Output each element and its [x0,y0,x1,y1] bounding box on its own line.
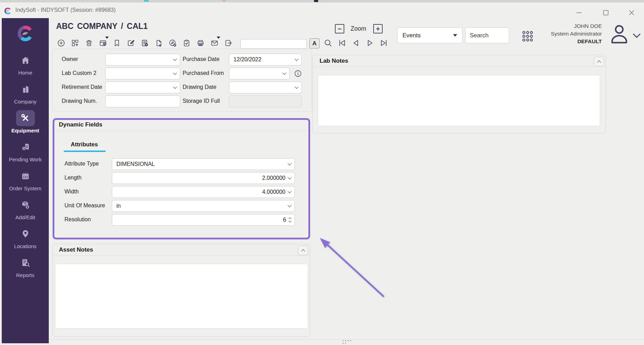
font-toggle-button[interactable]: A [309,38,320,48]
user-role: System Administrator [551,30,602,38]
chevron-down-icon [288,203,291,207]
resolution-label: Resolution [64,216,91,223]
schedule-event-icon[interactable] [99,38,107,48]
sidebar-item-home[interactable]: Home [2,52,49,81]
lab-notes-textarea[interactable] [318,75,600,126]
owner-select[interactable] [105,54,180,66]
sidebar-item-reports[interactable]: Reports [2,255,49,284]
user-menu-chevron-icon[interactable] [632,32,642,40]
dropdown-flag-icon [217,37,220,39]
record-title: ABC COMPANY / CAL1 [56,22,148,31]
asset-notes-collapse-button[interactable] [298,246,308,255]
previous-record-icon[interactable] [351,38,361,48]
width-select[interactable]: 4.000000 [112,186,295,198]
quick-find-input[interactable] [240,39,307,49]
indysoft-logo-icon [16,24,34,44]
dynamic-fields-title: Dynamic Fields [59,121,102,128]
next-record-icon[interactable] [365,38,375,48]
zoom-in-button[interactable]: + [373,24,383,33]
edit-record-icon[interactable] [127,38,135,48]
retirement-date-select[interactable] [105,82,180,93]
search-input[interactable] [465,28,509,43]
lab-custom-2-label: Lab Custom 2 [62,70,97,76]
sidebar-item-add-edit[interactable]: Add/Edit [2,197,49,226]
first-record-icon[interactable] [337,38,347,48]
length-select[interactable]: 2.000000 [112,172,295,184]
drawing-num-input[interactable] [105,95,180,107]
event-history-icon[interactable] [140,38,149,48]
svg-text:$: $ [23,147,25,150]
sidebar-item-pending-work[interactable]: $ Pending Work [2,139,49,168]
order-system-icon [16,168,35,184]
export-record-icon[interactable] [224,38,233,48]
close-button[interactable] [627,9,636,16]
caret-down-icon [453,34,457,37]
chevron-down-icon [173,57,177,61]
purchase-date-select[interactable]: 12/20/2022 [229,54,302,66]
window-top-edge [0,0,644,2]
sidebar-item-label: Reports [16,272,34,278]
sidebar-item-label: Order System [9,185,41,191]
attribute-type-select[interactable]: DIMENSIONAL [112,158,295,170]
zoom-out-button[interactable]: − [335,24,344,33]
panel-divider [53,131,310,131]
search-icon[interactable] [323,38,333,48]
tab-peek-cyan [144,0,149,2]
info-icon[interactable] [294,69,302,78]
asset-notes-textarea[interactable] [55,264,308,329]
chevron-down-icon [173,85,177,89]
lab-custom-2-select[interactable] [105,68,180,79]
locations-icon [16,226,35,242]
drawing-date-select[interactable] [229,82,302,93]
spinner-up-down-icon[interactable] [289,218,291,222]
drawing-num-label: Drawing Num. [62,98,97,104]
events-dropdown[interactable]: Events [397,28,462,43]
sidebar-item-equipment[interactable]: Equipment [2,110,49,139]
sidebar-item-company[interactable]: Company [2,81,49,110]
clone-record-icon[interactable] [71,38,79,48]
apps-grid-icon[interactable] [521,30,534,43]
sidebar-item-label: Equipment [11,128,39,134]
retirement-date-label: Retirement Date [62,84,102,90]
avatar[interactable] [608,22,630,47]
arrow-annotation [310,232,390,301]
certifications-icon[interactable] [182,38,191,48]
tab-attributes[interactable]: Attributes [71,141,98,148]
maximize-button[interactable] [601,9,610,16]
resolution-spinner[interactable]: 6 [112,214,295,226]
sidebar-item-order-system[interactable]: Order System [2,168,49,197]
home-icon [16,52,35,68]
storage-id-full-input [229,95,302,107]
add-edit-icon [16,197,35,213]
sidebar-item-label: Company [14,99,36,105]
delete-record-icon[interactable] [85,38,93,48]
chevron-down-icon [288,189,291,193]
lab-notes-collapse-button[interactable] [594,57,604,66]
user-name: JOHN DOE [551,22,602,30]
email-icon[interactable] [210,38,219,48]
lab-notes-title: Lab Notes [320,58,348,64]
bookmark-icon[interactable] [113,38,121,48]
active-tab-underline [64,151,106,152]
last-record-icon[interactable] [379,38,389,48]
sidebar-nav: Home Company Equipment [2,18,49,343]
sidebar-item-locations[interactable]: Locations [2,226,49,255]
titlebar: IndySoft - INDYSOFT (Session: #89683) [0,2,644,18]
purchased-from-select[interactable] [229,68,290,79]
purchased-from-label: Purchased From [183,70,224,76]
chevron-down-icon [288,175,291,179]
unit-of-measure-select[interactable]: in [112,200,295,212]
paste-data-icon[interactable] [154,38,163,48]
app-window: IndySoft - INDYSOFT (Session: #89683) Ho… [0,0,644,345]
print-icon[interactable] [196,38,205,48]
audit-trail-icon[interactable] [168,38,177,48]
minimize-button[interactable] [575,9,583,16]
splitter-grip-handle[interactable] [343,340,351,344]
dropdown-flag-icon [105,37,109,39]
drawing-date-label: Drawing Date [183,84,216,90]
sidebar-item-label: Home [18,70,32,76]
add-record-icon[interactable] [57,38,66,48]
chevron-up-icon [301,249,305,253]
chevron-down-icon [173,71,177,75]
panel-divider [313,67,606,67]
